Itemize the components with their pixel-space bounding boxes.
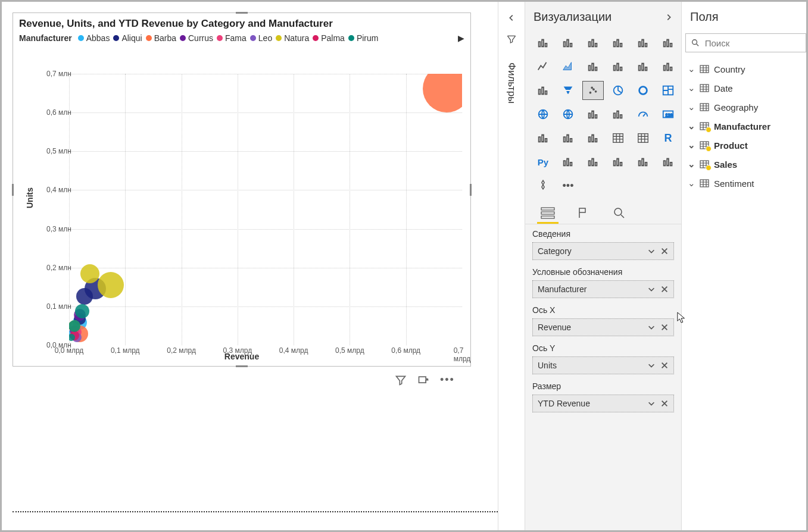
- viz-type-decomposition[interactable]: [582, 152, 604, 171]
- viz-type-funnel[interactable]: [557, 81, 579, 100]
- viz-type-column-stacked[interactable]: [607, 33, 629, 52]
- viz-type-custom[interactable]: [532, 176, 554, 195]
- viz-type-gauge[interactable]: [632, 105, 654, 124]
- table-row[interactable]: ⌄ Country: [682, 60, 806, 79]
- format-tab[interactable]: [573, 204, 594, 224]
- viz-type-pie[interactable]: [607, 81, 629, 100]
- viz-type-area[interactable]: [557, 57, 579, 76]
- chevron-down-icon[interactable]: ⌄: [688, 121, 695, 132]
- remove-field-icon[interactable]: [660, 323, 669, 331]
- chevron-down-icon[interactable]: [647, 247, 656, 255]
- legend-item[interactable]: Barba: [146, 33, 176, 43]
- table-row[interactable]: ⌄ Date: [682, 79, 806, 98]
- viz-type-scatter[interactable]: [582, 81, 604, 100]
- chevron-down-icon[interactable]: [647, 323, 656, 331]
- collapse-viz-icon[interactable]: [665, 13, 673, 21]
- field-well[interactable]: YTD Revenue: [532, 395, 674, 412]
- viz-type-multi-card[interactable]: [532, 129, 554, 148]
- chevron-down-icon[interactable]: ⌄: [688, 178, 695, 189]
- viz-type-card[interactable]: 123: [657, 105, 679, 124]
- table-row[interactable]: ⌄ Geography: [682, 98, 806, 117]
- remove-field-icon[interactable]: [660, 247, 669, 255]
- resize-handle-left[interactable]: [12, 184, 14, 196]
- viz-type-line[interactable]: [532, 57, 554, 76]
- data-point[interactable]: [98, 272, 124, 298]
- legend-item[interactable]: Pirum: [348, 33, 379, 43]
- viz-type-filled-map[interactable]: [557, 105, 579, 124]
- viz-type-bar-h[interactable]: [532, 81, 554, 100]
- viz-type-donut[interactable]: [632, 81, 654, 100]
- chevron-down-icon[interactable]: ⌄: [688, 140, 695, 151]
- expand-filters-icon[interactable]: [507, 14, 516, 22]
- legend-item[interactable]: Palma: [313, 33, 345, 43]
- fields-tab[interactable]: [537, 204, 559, 224]
- chevron-down-icon[interactable]: ⌄: [688, 83, 695, 93]
- more-options-icon[interactable]: •••: [440, 374, 455, 386]
- plot-area[interactable]: [69, 74, 462, 345]
- viz-type-arcgis[interactable]: [607, 105, 629, 124]
- resize-handle-bottom[interactable]: [236, 365, 248, 367]
- viz-type-bar-clustered[interactable]: [557, 33, 579, 52]
- chevron-down-icon[interactable]: [647, 285, 656, 293]
- legend-item[interactable]: Currus: [180, 33, 213, 43]
- filter-icon[interactable]: [395, 374, 407, 386]
- viz-type-shape-map[interactable]: [582, 105, 604, 124]
- search-input[interactable]: [705, 38, 801, 48]
- legend-next-icon[interactable]: ▶: [458, 33, 464, 43]
- table-row[interactable]: ⌄ Manufacturer: [682, 117, 806, 136]
- data-point[interactable]: [75, 304, 89, 318]
- chevron-down-icon[interactable]: ⌄: [688, 102, 695, 112]
- viz-type-waterfall[interactable]: [657, 57, 679, 76]
- analytics-tab[interactable]: [609, 204, 630, 224]
- chevron-down-icon[interactable]: ⌄: [688, 159, 695, 170]
- remove-field-icon[interactable]: [660, 361, 669, 370]
- legend-item[interactable]: Abbas: [78, 33, 110, 43]
- filters-pane-collapsed[interactable]: Фильтры: [498, 2, 525, 530]
- viz-type-ribbon[interactable]: [582, 57, 604, 76]
- resize-handle-top[interactable]: [236, 12, 248, 14]
- legend-item[interactable]: Fama: [217, 33, 247, 43]
- viz-type-paginated[interactable]: [632, 152, 654, 171]
- legend-item[interactable]: Aliqui: [113, 33, 142, 43]
- viz-type-py-visual[interactable]: Py: [532, 152, 554, 171]
- viz-type-treemap[interactable]: [657, 81, 679, 100]
- chevron-down-icon[interactable]: [647, 399, 656, 408]
- field-well[interactable]: Units: [532, 356, 674, 374]
- field-well[interactable]: Manufacturer: [532, 280, 674, 298]
- chevron-down-icon[interactable]: [647, 361, 656, 370]
- viz-type-more[interactable]: •••: [557, 176, 579, 195]
- table-row[interactable]: ⌄ Sales: [682, 155, 806, 174]
- field-well[interactable]: Category: [532, 242, 674, 260]
- viz-type-column-100[interactable]: [657, 33, 679, 52]
- viz-type-power-apps[interactable]: [657, 152, 679, 171]
- data-point[interactable]: [80, 264, 99, 283]
- viz-type-bar-stacked[interactable]: [532, 33, 554, 52]
- field-well[interactable]: Revenue: [532, 318, 674, 336]
- table-row[interactable]: ⌄ Product: [682, 136, 806, 155]
- focus-mode-icon[interactable]: [417, 374, 429, 386]
- data-point[interactable]: [423, 74, 462, 112]
- chart-visual[interactable]: Revenue, Units, and YTD Revenue by Categ…: [13, 12, 471, 367]
- viz-type-combo2[interactable]: [632, 57, 654, 76]
- legend-item[interactable]: Natura: [276, 33, 309, 43]
- viz-type-kpi[interactable]: [557, 129, 579, 148]
- legend-item[interactable]: Leo: [250, 33, 272, 43]
- viz-type-map[interactable]: [532, 105, 554, 124]
- viz-type-bar-100[interactable]: [582, 33, 604, 52]
- remove-field-icon[interactable]: [660, 399, 669, 408]
- viz-type-qa[interactable]: [607, 152, 629, 171]
- y-tick-label: 0,3 млн: [39, 225, 71, 233]
- chevron-down-icon[interactable]: ⌄: [688, 64, 695, 74]
- viz-type-matrix[interactable]: [632, 129, 654, 148]
- viz-type-table[interactable]: [607, 129, 629, 148]
- remove-field-icon[interactable]: [660, 285, 669, 293]
- resize-handle-right[interactable]: [470, 184, 472, 196]
- fields-search[interactable]: [685, 33, 806, 52]
- viz-type-r-visual[interactable]: R: [657, 129, 679, 148]
- viz-type-key-influencers[interactable]: [557, 152, 579, 171]
- report-canvas[interactable]: Revenue, Units, and YTD Revenue by Categ…: [2, 2, 498, 530]
- viz-type-combo1[interactable]: [607, 57, 629, 76]
- viz-type-slicer[interactable]: [582, 129, 604, 148]
- viz-type-column-clustered[interactable]: [632, 33, 654, 52]
- table-row[interactable]: ⌄ Sentiment: [682, 174, 806, 193]
